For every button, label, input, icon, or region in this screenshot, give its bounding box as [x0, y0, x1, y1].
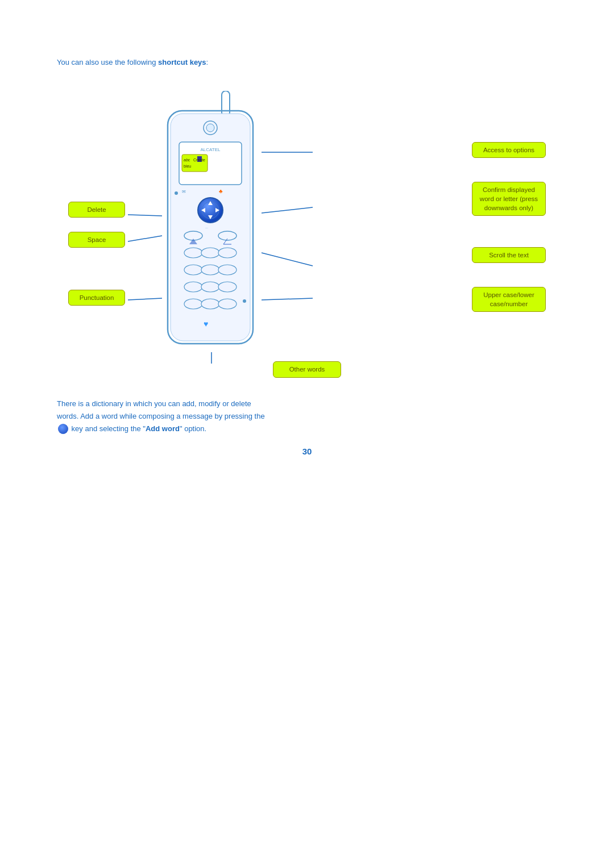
phone-illustration: ALCATEL abc bleu Create ✉ ♣: [162, 91, 259, 358]
svg-point-32: [201, 248, 219, 258]
label-upper-case: Upper case/lower case/number: [472, 287, 546, 312]
svg-text:♥: ♥: [204, 319, 208, 328]
svg-line-2: [262, 253, 313, 266]
body-line3-after: option.: [182, 424, 207, 433]
svg-point-31: [184, 248, 202, 258]
svg-text:♣: ♣: [219, 188, 223, 194]
label-delete: Delete: [68, 202, 125, 218]
svg-point-35: [201, 265, 219, 275]
svg-point-37: [184, 282, 202, 292]
svg-point-41: [201, 299, 219, 309]
label-other-words: Other words: [273, 361, 341, 377]
intro-after: :: [206, 58, 209, 66]
intro-text: You can also use the following shortcut …: [57, 57, 557, 68]
svg-rect-8: [222, 91, 230, 116]
svg-point-38: [201, 282, 219, 292]
svg-line-1: [262, 207, 313, 213]
svg-line-4: [128, 236, 162, 241]
svg-text:abc: abc: [184, 158, 190, 162]
svg-text:Create: Create: [193, 158, 205, 162]
page-number: 30: [57, 446, 557, 456]
intro-before-bold: You can also use the following: [57, 58, 158, 66]
label-access-options: Access to options: [472, 142, 546, 158]
key-icon: [58, 424, 68, 434]
svg-point-42: [218, 299, 237, 309]
intro-bold: shortcut keys: [158, 58, 206, 66]
body-line1: There is a dictionary in which you can a…: [57, 399, 251, 408]
svg-line-3: [128, 215, 162, 216]
connector-lines: [63, 85, 551, 381]
svg-point-39: [218, 282, 237, 292]
svg-point-40: [184, 299, 202, 309]
svg-line-5: [128, 298, 162, 300]
svg-rect-15: [182, 155, 208, 172]
body-bold-part: Add word: [146, 424, 180, 433]
label-confirm: Confirm displayed word or letter (press …: [472, 182, 546, 216]
label-space: Space: [68, 232, 125, 248]
svg-point-44: [175, 191, 178, 195]
diagram-area: ALCATEL abc bleu Create ✉ ♣: [63, 85, 551, 381]
svg-point-12: [206, 124, 214, 132]
svg-text:✉: ✉: [182, 189, 186, 194]
svg-text:...: ...: [205, 226, 208, 229]
svg-text:bleu: bleu: [184, 164, 191, 168]
body-key-text: key and selecting the ": [69, 424, 146, 433]
svg-point-45: [243, 299, 246, 303]
svg-point-33: [218, 248, 237, 258]
body-text: There is a dictionary in which you can a…: [57, 398, 557, 435]
svg-point-34: [184, 265, 202, 275]
body-line2: words. Add a word while composing a mess…: [57, 412, 265, 420]
label-punctuation: Punctuation: [68, 290, 125, 306]
svg-text:ALCATEL: ALCATEL: [201, 147, 221, 152]
svg-point-36: [218, 265, 237, 275]
svg-line-6: [262, 298, 313, 300]
label-scroll: Scroll the text: [472, 247, 546, 263]
